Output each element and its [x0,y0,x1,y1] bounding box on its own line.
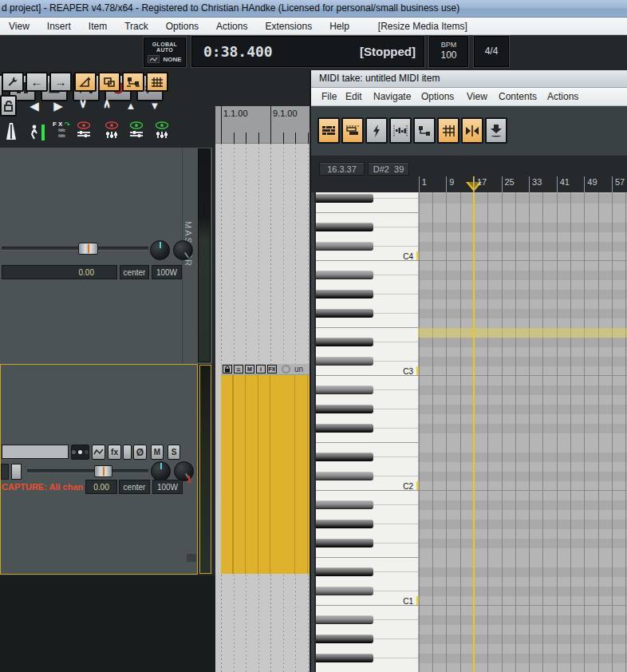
piano-key[interactable] [316,271,418,280]
piano-key[interactable] [316,204,418,213]
black-key[interactable] [316,567,373,576]
track-pan-value[interactable]: center [119,480,150,494]
piano-key[interactable] [316,414,418,424]
piano-key[interactable] [316,232,418,242]
midi-grid-row[interactable] [418,558,627,567]
piano-key[interactable] [316,213,418,223]
piano-key[interactable] [316,587,418,596]
midi-grid-row[interactable] [418,366,627,376]
piano-key[interactable] [316,433,418,443]
midi-grid-row[interactable] [418,615,627,625]
midi-grid-row[interactable] [418,414,627,424]
menu-resize-media-items[interactable]: [Resize Media Items] [369,21,476,32]
piano-key[interactable] [316,644,418,654]
piano-key[interactable] [316,424,418,433]
black-key[interactable] [316,194,373,203]
midi-grid-row[interactable] [418,204,627,213]
black-key[interactable] [316,223,373,231]
track-fx-button[interactable]: fx [108,445,121,460]
midi-note-grid[interactable] [418,192,627,672]
arrange-timeline-ruler[interactable]: 1.1.00 9.1.00 [215,106,310,144]
master-volume-slider[interactable] [2,247,148,251]
ripple-edit-toggle[interactable] [122,72,144,92]
midi-grid-row[interactable] [418,472,627,481]
midi-grid-row[interactable] [418,520,627,529]
black-key[interactable] [316,290,373,298]
midi-grid-row[interactable] [418,299,627,309]
track-name-input[interactable] [2,445,69,459]
record-input-label[interactable]: CAPTURE: All channels ( [2,482,83,495]
media-item-header[interactable]: ≡ M i FX un [221,364,310,375]
midi-sync-playhead-button[interactable] [461,117,483,144]
piano-key[interactable] [316,443,418,453]
midi-grid-row[interactable] [418,223,627,232]
piano-key[interactable] [316,194,418,204]
track-solo-button[interactable]: S [168,445,180,460]
black-key[interactable] [316,615,373,624]
menu-options[interactable]: Options [157,21,207,32]
midi-grid-row[interactable] [418,261,627,271]
midi-grid-row[interactable] [418,318,627,328]
black-key[interactable] [316,539,373,547]
menu-track[interactable]: Track [116,21,157,32]
piano-key[interactable] [316,223,418,232]
app-titlebar[interactable]: d project] - REAPER v4.78/x64 - Register… [0,0,627,18]
track-width-value[interactable]: 100W [152,480,183,494]
track-envelope-button[interactable] [92,445,105,460]
item-grouping-toggle[interactable] [98,72,120,92]
midi-menu-contents[interactable]: Contents [499,91,537,102]
midi-grid-row[interactable] [418,405,627,414]
midi-note-chase-button[interactable] [413,117,436,144]
arrange-view[interactable]: 1.1.00 9.1.00 ≡ M i FX un [215,106,310,672]
piano-key[interactable] [316,548,418,558]
track-1-panel[interactable]: fx Ø M S 1 CAPTURE: All channels ( 0.00 … [0,364,198,575]
master-track-panel[interactable]: MASTER fx M S 0.00 center 100W [0,148,212,364]
item-notes-button[interactable]: ≡ [234,365,243,374]
midi-grid-row[interactable] [418,213,627,223]
midi-grid-row[interactable] [418,280,627,290]
tcp-empty-area[interactable] [0,575,215,672]
midi-menu-view[interactable]: View [467,91,487,102]
midi-grid-row[interactable] [418,376,627,385]
show-item-envelopes-button[interactable] [129,121,144,136]
move-up-fast-button[interactable]: ∧∧ [98,97,116,108]
menu-help[interactable]: Help [321,21,358,32]
midi-grid-row[interactable] [418,462,627,472]
midi-grid-row[interactable] [418,433,627,443]
time-display[interactable]: 0:38.400 [Stopped] [191,36,424,67]
midi-grid-row[interactable] [418,529,627,539]
midi-grid-row[interactable] [418,596,627,606]
metronome-button[interactable] [3,121,19,142]
media-item-body[interactable] [221,375,310,574]
piano-key[interactable] [316,376,418,385]
midi-grid-row[interactable] [418,443,627,453]
piano-key[interactable] [316,453,418,462]
black-key[interactable] [316,520,373,528]
performance-meter-button[interactable] [29,124,45,141]
note-readout[interactable]: D#2 39 [368,162,409,176]
piano-key[interactable] [316,529,418,539]
piano-key[interactable] [316,318,418,328]
move-down-button[interactable]: ▼ [146,97,164,116]
piano-key[interactable] [316,634,418,644]
black-key[interactable] [316,271,373,279]
master-volume-handle[interactable] [78,243,98,255]
piano-key[interactable]: C3 [316,366,418,376]
undo-button[interactable]: ← [26,72,48,92]
black-key[interactable] [316,424,373,433]
piano-key[interactable] [316,510,418,520]
master-pan-value[interactable]: center [120,265,149,279]
item-lock-button[interactable] [223,365,232,374]
piano-key[interactable] [316,309,418,318]
midi-grid-row[interactable] [418,481,627,491]
piano-key[interactable] [316,606,418,615]
midi-mode-piano-roll-button[interactable] [317,117,340,144]
track-mute-button[interactable]: M [151,445,164,460]
midi-grid-row[interactable] [418,194,627,204]
piano-key[interactable] [316,520,418,529]
position-readout[interactable]: 16.3.37 [319,162,365,176]
show-track-faders-button[interactable] [104,121,119,138]
fx-bypass-button[interactable]: F X↷ ≈≈≈≈ [53,121,70,139]
menu-view[interactable]: View [0,21,38,32]
record-arm-button[interactable] [1,464,9,480]
